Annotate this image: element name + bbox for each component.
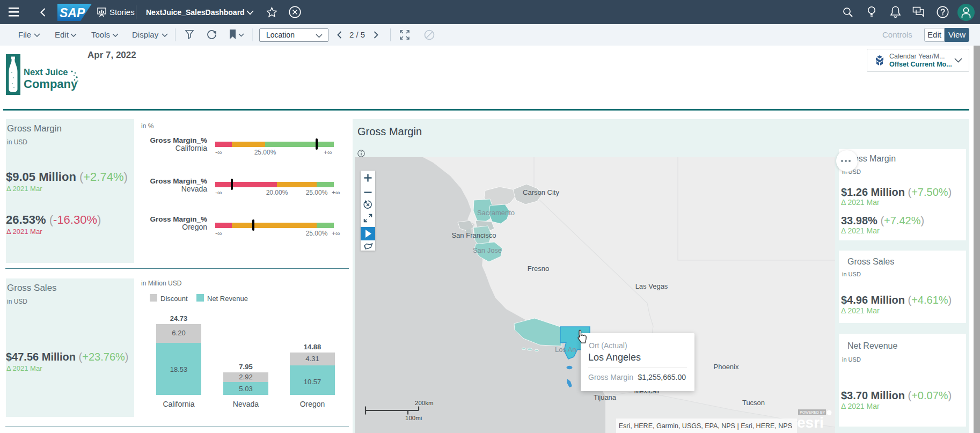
svg-text:esri: esri (797, 414, 824, 431)
svg-text:Tijuana: Tijuana (594, 393, 617, 401)
svg-text:200km: 200km (415, 400, 434, 406)
svg-text:San Jose: San Jose (473, 246, 502, 254)
svg-text:Sacramento: Sacramento (477, 209, 515, 217)
svg-text:Phoenix: Phoenix (714, 363, 739, 371)
svg-text:Los An: Los An (555, 346, 576, 354)
svg-text:SAP: SAP (60, 6, 85, 20)
svg-text:Fresno: Fresno (528, 265, 549, 273)
svg-text:100mi: 100mi (405, 415, 422, 421)
svg-text:Carson City: Carson City (523, 188, 559, 196)
svg-text:Las Vegas: Las Vegas (635, 282, 668, 290)
svg-text:POWERED BY: POWERED BY (800, 410, 825, 414)
svg-text:Tucson: Tucson (742, 399, 765, 407)
svg-text:Esri, HERE, Garmin, USGS, EPA,: Esri, HERE, Garmin, USGS, EPA, NPS | Esr… (619, 422, 792, 430)
svg-text:San Francisco: San Francisco (451, 231, 496, 239)
